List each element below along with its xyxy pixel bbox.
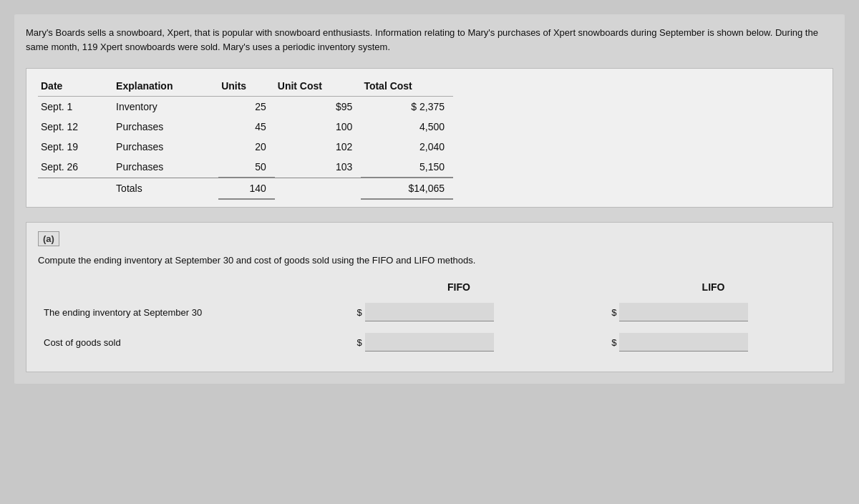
inventory-table-wrapper: Date Explanation Units Unit Cost Total C… (26, 68, 833, 208)
cell-units: 20 (218, 137, 275, 157)
cell-unit-cost: $95 (275, 97, 361, 117)
cell-unit-cost: 102 (275, 137, 361, 157)
cell-total-cost: 4,500 (361, 117, 453, 137)
fifo-input-cell-0: $ (351, 297, 567, 327)
table-row: Sept. 1 Inventory 25 $95 $ 2,375 (38, 97, 453, 117)
inventory-table: Date Explanation Units Unit Cost Total C… (38, 76, 453, 200)
fifo-lifo-table: FIFO LIFO The ending inventory at Septem… (38, 277, 821, 357)
totals-units: 140 (218, 178, 275, 199)
cell-total-cost: $ 2,375 (361, 97, 453, 117)
cell-date: Sept. 1 (38, 97, 113, 117)
cell-total-cost: 2,040 (361, 137, 453, 157)
totals-total-cost: $14,065 (361, 178, 453, 199)
cell-explanation: Purchases (113, 137, 218, 157)
col-header-unit-cost: Unit Cost (275, 76, 361, 97)
cell-date: Sept. 19 (38, 137, 113, 157)
fifo-header: FIFO (351, 277, 567, 297)
table-row: Sept. 26 Purchases 50 103 5,150 (38, 157, 453, 178)
cell-explanation: Purchases (113, 117, 218, 137)
fifo-lifo-row-label: Cost of goods sold (38, 327, 351, 357)
cell-units: 25 (218, 97, 275, 117)
totals-label: Totals (113, 178, 218, 199)
lifo-dollar-sign-1: $ (611, 337, 616, 348)
table-row: Sept. 12 Purchases 45 100 4,500 (38, 117, 453, 137)
col-header-units: Units (218, 76, 275, 97)
totals-date-cell (38, 178, 113, 199)
col-header-date: Date (38, 76, 113, 97)
cell-unit-cost: 100 (275, 117, 361, 137)
fifo-lifo-header-row: FIFO LIFO (38, 277, 821, 297)
cell-unit-cost: 103 (275, 157, 361, 178)
cell-total-cost: 5,150 (361, 157, 453, 178)
page-container: Mary's Boards sells a snowboard, Xpert, … (14, 14, 845, 384)
lifo-input-0[interactable] (619, 303, 748, 321)
fifo-dollar-sign-0: $ (357, 307, 362, 318)
lifo-input-cell-0: $ (606, 297, 821, 327)
fifo-lifo-row: Cost of goods sold $ $ (38, 327, 821, 357)
cell-date: Sept. 12 (38, 117, 113, 137)
fifo-lifo-label-col-header (38, 277, 351, 297)
col-header-total-cost: Total Cost (361, 76, 453, 97)
fifo-input-1[interactable] (365, 333, 494, 352)
table-row: Sept. 19 Purchases 20 102 2,040 (38, 137, 453, 157)
totals-row: Totals 140 $14,065 (38, 178, 453, 199)
section-a: (a) Compute the ending inventory at Sept… (26, 222, 833, 372)
fifo-lifo-row: The ending inventory at September 30 $ $ (38, 297, 821, 327)
section-a-label: (a) (38, 231, 59, 246)
intro-text: Mary's Boards sells a snowboard, Xpert, … (26, 26, 833, 54)
lifo-header: LIFO (606, 277, 821, 297)
lifo-input-1[interactable] (619, 333, 748, 352)
fifo-input-cell-1: $ (351, 327, 567, 357)
cell-units: 45 (218, 117, 275, 137)
col-header-explanation: Explanation (113, 76, 218, 97)
lifo-input-cell-1: $ (606, 327, 821, 357)
compute-question: Compute the ending inventory at Septembe… (38, 255, 821, 266)
fifo-dollar-sign-1: $ (357, 337, 362, 348)
table-header-row: Date Explanation Units Unit Cost Total C… (38, 76, 453, 97)
cell-explanation: Inventory (113, 97, 218, 117)
cell-date: Sept. 26 (38, 157, 113, 178)
fifo-lifo-row-label: The ending inventory at September 30 (38, 297, 351, 327)
fifo-input-0[interactable] (365, 303, 494, 321)
cell-units: 50 (218, 157, 275, 178)
lifo-dollar-sign-0: $ (611, 307, 616, 318)
cell-explanation: Purchases (113, 157, 218, 178)
